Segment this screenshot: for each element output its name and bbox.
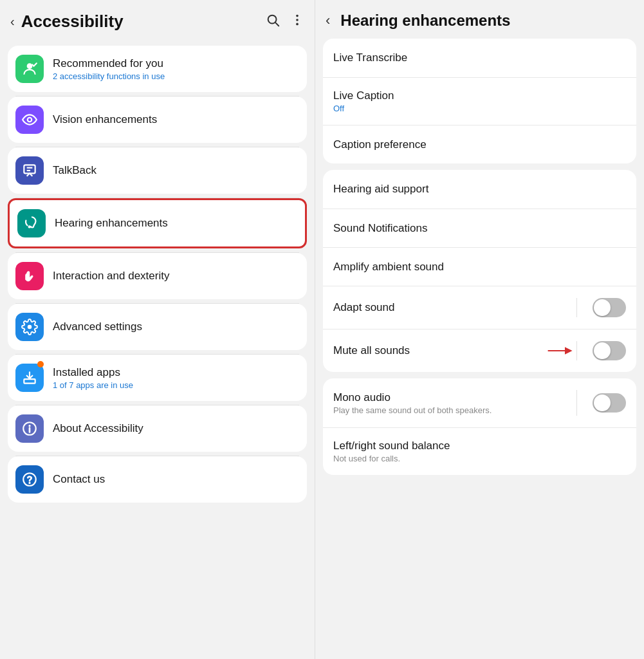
installed-label: Installed apps xyxy=(53,366,133,379)
right-item-live-caption[interactable]: Live Caption Off xyxy=(323,77,636,125)
sidebar-item-installed[interactable]: Installed apps 1 of 7 apps are in use xyxy=(8,355,307,401)
svg-line-1 xyxy=(275,23,279,26)
live-caption-label: Live Caption xyxy=(333,89,626,102)
toggle-divider-2 xyxy=(576,341,577,360)
svg-point-16 xyxy=(28,425,30,427)
hearing-aid-label: Hearing aid support xyxy=(333,183,626,196)
svg-rect-8 xyxy=(24,165,35,173)
sidebar-item-vision[interactable]: Vision enhancements xyxy=(8,97,307,143)
group-sound: Hearing aid support Sound Notifications … xyxy=(323,170,636,372)
vision-icon xyxy=(15,106,44,134)
hearing-icon xyxy=(17,209,46,237)
right-item-sound-notifications[interactable]: Sound Notifications xyxy=(323,209,636,247)
contact-icon xyxy=(15,465,44,494)
mono-audio-toggle[interactable] xyxy=(593,393,626,413)
svg-point-4 xyxy=(296,23,299,25)
more-icon[interactable] xyxy=(290,13,304,31)
sidebar-item-interaction[interactable]: Interaction and dexterity xyxy=(8,253,307,299)
advanced-icon xyxy=(15,313,44,341)
right-back-button[interactable]: ‹ xyxy=(326,12,330,29)
adapt-sound-label: Adapt sound xyxy=(333,301,576,314)
svg-point-5 xyxy=(27,63,33,69)
toggle-divider xyxy=(576,298,577,317)
mute-all-toggle[interactable] xyxy=(593,341,626,360)
svg-rect-13 xyxy=(24,379,35,384)
svg-point-3 xyxy=(296,19,299,21)
red-arrow-indicator xyxy=(547,344,573,357)
installed-sublabel: 1 of 7 apps are in use xyxy=(53,380,133,390)
interaction-label: Interaction and dexterity xyxy=(53,270,169,283)
right-header: ‹ Hearing enhancements xyxy=(315,0,644,39)
recommended-sublabel: 2 accessibility functions in use xyxy=(53,71,165,81)
sidebar-item-contact[interactable]: Contact us xyxy=(8,456,307,503)
balance-sublabel: Not used for calls. xyxy=(333,454,626,463)
right-item-hearing-aid[interactable]: Hearing aid support xyxy=(323,170,636,209)
right-item-live-transcribe[interactable]: Live Transcribe xyxy=(323,39,636,77)
advanced-label: Advanced settings xyxy=(53,320,142,333)
right-item-mono-audio[interactable]: Mono audio Play the same sound out of bo… xyxy=(323,378,636,427)
talkback-icon xyxy=(15,156,44,185)
vision-label: Vision enhancements xyxy=(53,113,157,126)
svg-point-18 xyxy=(28,482,30,484)
toggle-divider-3 xyxy=(576,390,577,416)
live-caption-status: Off xyxy=(333,104,626,113)
mute-all-label: Mute all sounds xyxy=(333,344,547,357)
mono-audio-label: Mono audio xyxy=(333,391,576,404)
right-item-caption-preference[interactable]: Caption preference xyxy=(323,125,636,163)
amplify-label: Amplify ambient sound xyxy=(333,261,626,274)
about-icon xyxy=(15,414,44,443)
talkback-label: TalkBack xyxy=(53,164,97,177)
right-item-balance[interactable]: Left/right sound balance Not used for ca… xyxy=(323,427,636,475)
sidebar-item-hearing[interactable]: Hearing enhancements xyxy=(8,198,307,248)
back-button[interactable]: ‹ xyxy=(10,14,15,29)
balance-label: Left/right sound balance xyxy=(333,440,626,452)
right-item-amplify[interactable]: Amplify ambient sound xyxy=(323,247,636,286)
sidebar-item-about[interactable]: About Accessibility xyxy=(8,405,307,452)
caption-preference-label: Caption preference xyxy=(333,138,626,151)
right-page-title: Hearing enhancements xyxy=(340,12,510,30)
sidebar-item-advanced[interactable]: Advanced settings xyxy=(8,304,307,350)
menu-list: Recommended for you 2 accessibility func… xyxy=(0,41,315,512)
installed-icon xyxy=(15,364,44,392)
group-captions: Live Transcribe Live Caption Off Caption… xyxy=(323,39,636,163)
search-icon[interactable] xyxy=(266,13,280,31)
sidebar-item-talkback[interactable]: TalkBack xyxy=(8,147,307,194)
right-panel: ‹ Hearing enhancements Live Transcribe L… xyxy=(315,0,644,659)
sidebar-item-recommended[interactable]: Recommended for you 2 accessibility func… xyxy=(8,46,307,92)
header-icons xyxy=(266,13,304,31)
adapt-sound-toggle[interactable] xyxy=(593,298,626,317)
right-content: Live Transcribe Live Caption Off Caption… xyxy=(315,39,644,659)
interaction-icon xyxy=(15,262,44,290)
about-label: About Accessibility xyxy=(53,422,143,435)
svg-point-12 xyxy=(28,325,32,330)
mono-audio-sublabel: Play the same sound out of both speakers… xyxy=(333,405,576,415)
hearing-label: Hearing enhancements xyxy=(55,217,168,230)
contact-label: Contact us xyxy=(53,473,105,486)
svg-point-2 xyxy=(296,14,299,17)
live-transcribe-label: Live Transcribe xyxy=(333,51,626,64)
right-item-adapt-sound[interactable]: Adapt sound xyxy=(323,286,636,329)
recommended-label: Recommended for you xyxy=(53,57,165,70)
recommended-icon xyxy=(15,55,44,83)
svg-point-7 xyxy=(28,118,31,121)
page-title: Accessibility xyxy=(21,12,259,32)
right-item-mute-all[interactable]: Mute all sounds xyxy=(323,329,636,372)
sound-notifications-label: Sound Notifications xyxy=(333,222,626,235)
group-mono: Mono audio Play the same sound out of bo… xyxy=(323,378,636,475)
svg-point-11 xyxy=(28,225,31,228)
left-header: ‹ Accessibility xyxy=(0,0,315,41)
badge xyxy=(37,361,44,367)
left-panel: ‹ Accessibility xyxy=(0,0,315,659)
